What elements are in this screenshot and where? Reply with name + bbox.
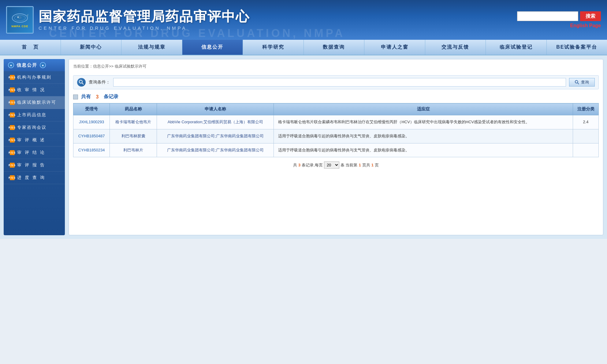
sidebar-item-rules[interactable]: RSS 机构与办事规则 <box>4 71 65 84</box>
svg-point-6 <box>575 80 578 83</box>
nav-item-feedback[interactable]: 交流与反馈 <box>425 40 486 55</box>
sidebar-item-label: 机构与办事规则 <box>17 75 51 80</box>
content-search-input[interactable] <box>113 78 566 87</box>
logo-text: NMPA CDE <box>12 25 28 28</box>
sidebar-header-icon-right: ● <box>40 62 46 68</box>
header-right: 搜索 English Page <box>517 11 601 28</box>
record-count: 共有 3 条记录 <box>73 94 599 100</box>
table-row: JXHL1900293格卡瑞韦哌仑他韦片AbbVie Corporation;艾… <box>73 115 599 129</box>
sidebar: ● 信息公开 ● RSS 机构与办事规则 RSS 收 审 情 况 RSS 临床试… <box>4 59 65 235</box>
cell-applicant: 广东华南药业集团有限公司;广东华南药业集团有限公司 <box>157 129 274 143</box>
sidebar-header-icon: ● <box>8 62 14 68</box>
sidebar-item-eval-overview[interactable]: RSS 审 评 概 述 <box>4 134 65 147</box>
nav-item-news[interactable]: 新闻中心 <box>61 40 122 55</box>
logo-area: NMPA CDE 国家药品监督管理局药品审评中心 CENTER FOR DRUG… <box>6 6 250 34</box>
nav-item-applicant[interactable]: 申请人之窗 <box>364 40 425 55</box>
pagination-current-page: 1 <box>359 163 361 167</box>
pagination-per-page-select[interactable]: 20 50 100 <box>324 162 339 169</box>
sidebar-item-progress[interactable]: RSS 进 度 查 询 <box>4 172 65 184</box>
search-row-label: 查询条件： <box>89 80 110 85</box>
rss-icon: RSS <box>10 125 15 130</box>
title-en: CENTER FOR DRUG EVALUATION, NMPA <box>39 25 250 31</box>
rss-icon: RSS <box>10 138 15 143</box>
sidebar-item-expert[interactable]: RSS 专家咨询会议 <box>4 121 65 134</box>
header: CENTER FOR DRUG EVALUATION, NMPA NMPA CD… <box>0 0 607 40</box>
rss-icon: RSS <box>10 113 15 117</box>
nav-item-data[interactable]: 数据查询 <box>304 40 365 55</box>
cell-indication: 适用于呼吸道合胞病毒引起的病毒性肺炎与支气管炎、皮肤疱疹病毒感染。 <box>274 129 573 143</box>
header-search-input[interactable] <box>517 11 578 21</box>
cell-id[interactable]: CYHB1850487 <box>73 129 110 143</box>
content-area: 当前位置：信息公开>> 临床试验默示许可 查询条件： 查询 共有 3 条记录 受… <box>69 59 603 235</box>
breadcrumb: 当前位置：信息公开>> 临床试验默示许可 <box>73 64 599 72</box>
sidebar-item-label: 上市药品信息 <box>17 112 47 118</box>
sidebar-item-label: 临床试验默示许可 <box>17 100 56 105</box>
sidebar-item-review[interactable]: RSS 收 审 情 况 <box>4 84 65 96</box>
pagination-total-pages-label: 页共 <box>362 162 370 168</box>
sidebar-item-eval-report[interactable]: RSS 审 评 报 告 <box>4 159 65 172</box>
english-page-link[interactable]: English Page <box>570 23 601 28</box>
rss-icon: RSS <box>10 150 15 155</box>
cell-indication: 适用于呼吸道合胞病毒引起的病毒性肺炎与支气管炎、皮肤疱疹病毒感染。 <box>274 143 573 157</box>
cell-drug: 格卡瑞韦哌仑他韦片 <box>110 115 157 129</box>
nav-item-be[interactable]: BE试验备案平台 <box>547 40 607 55</box>
nav-item-science[interactable]: 科学研究 <box>243 40 304 55</box>
col-header-drug: 药品名称 <box>110 103 157 115</box>
cell-id[interactable]: CYHB1850234 <box>73 143 110 157</box>
sidebar-item-label: 收 审 情 况 <box>17 87 45 93</box>
pagination-total-label: 共 <box>293 162 297 168</box>
sidebar-item-label: 审 评 结 论 <box>17 150 45 155</box>
sidebar-item-eval-conclusion[interactable]: RSS 审 评 结 论 <box>4 147 65 159</box>
rss-icon: RSS <box>10 75 15 80</box>
sidebar-header-text: 信息公开 <box>17 62 37 68</box>
rss-icon: RSS <box>10 175 15 180</box>
table-row: CYHB1850487利巴韦林胶囊广东华南药业集团有限公司;广东华南药业集团有限… <box>73 129 599 143</box>
logo-box: NMPA CDE <box>6 6 34 34</box>
svg-point-3 <box>17 17 19 18</box>
cell-drug: 利巴韦林胶囊 <box>110 129 157 143</box>
cell-id[interactable]: JXHL1900293 <box>73 115 110 129</box>
data-table: 受理号 药品名称 申请人名称 适应症 注册分类 JXHL1900293格卡瑞韦哌… <box>73 103 599 157</box>
nav-item-info[interactable]: 信息公开 <box>182 40 243 55</box>
pagination-per-page-label: 条记录,每页 <box>302 162 323 168</box>
cell-indication: 格卡瑞韦哌仑他韦片联合索磷布韦和利巴韦林治疗在艾伯维慢性丙肝（HCV）临床研究中… <box>274 115 573 129</box>
col-header-indication: 适应症 <box>274 103 573 115</box>
cell-regclass <box>573 129 599 143</box>
sidebar-item-label: 专家咨询会议 <box>17 125 47 130</box>
cell-drug: 利巴韦林片 <box>110 143 157 157</box>
pagination-total: 3 <box>298 163 300 167</box>
search-icon <box>575 80 579 84</box>
sidebar-item-label: 进 度 查 询 <box>17 175 45 180</box>
pagination-total-pages: 1 <box>371 163 374 167</box>
cell-regclass <box>573 143 599 157</box>
col-header-id: 受理号 <box>73 103 110 115</box>
sidebar-header: ● 信息公开 ● <box>4 59 65 71</box>
cell-applicant: 广东华南药业集团有限公司;广东华南药业集团有限公司 <box>157 143 274 157</box>
sidebar-item-label: 审 评 报 告 <box>17 162 45 168</box>
nav-item-clinical[interactable]: 临床试验登记 <box>486 40 547 55</box>
record-icon <box>73 95 78 99</box>
svg-point-4 <box>79 80 82 83</box>
logo-icon <box>11 12 29 24</box>
pagination-current-label: 条 当前第 <box>341 162 358 168</box>
rss-icon: RSS <box>10 163 15 168</box>
nav-bar: 首 页 新闻中心 法规与规章 信息公开 科学研究 数据查询 申请人之窗 交流与反… <box>0 40 607 55</box>
nav-item-home[interactable]: 首 页 <box>0 40 61 55</box>
svg-line-7 <box>578 83 579 84</box>
rss-icon: RSS <box>10 100 15 105</box>
header-search-button[interactable]: 搜索 <box>580 11 601 21</box>
title-area: 国家药品监督管理局药品审评中心 CENTER FOR DRUG EVALUATI… <box>39 9 250 30</box>
search-bar: 搜索 <box>517 11 601 21</box>
content-search-button[interactable]: 查询 <box>569 78 595 87</box>
svg-line-5 <box>82 83 84 84</box>
rss-icon: RSS <box>10 87 15 92</box>
col-header-applicant: 申请人名称 <box>157 103 274 115</box>
search-row: 查询条件： 查询 <box>73 75 599 89</box>
nav-item-regulations[interactable]: 法规与规章 <box>121 40 182 55</box>
sidebar-item-clinical-permit[interactable]: RSS 临床试验默示许可 <box>4 96 65 109</box>
cell-applicant: AbbVie Corporation;艾伯维医药贸易（上海）有限公司 <box>157 115 274 129</box>
sidebar-item-drug-info[interactable]: RSS 上市药品信息 <box>4 109 65 121</box>
search-row-icon <box>77 78 86 87</box>
sidebar-item-label: 审 评 概 述 <box>17 137 45 143</box>
col-header-regclass: 注册分类 <box>573 103 599 115</box>
